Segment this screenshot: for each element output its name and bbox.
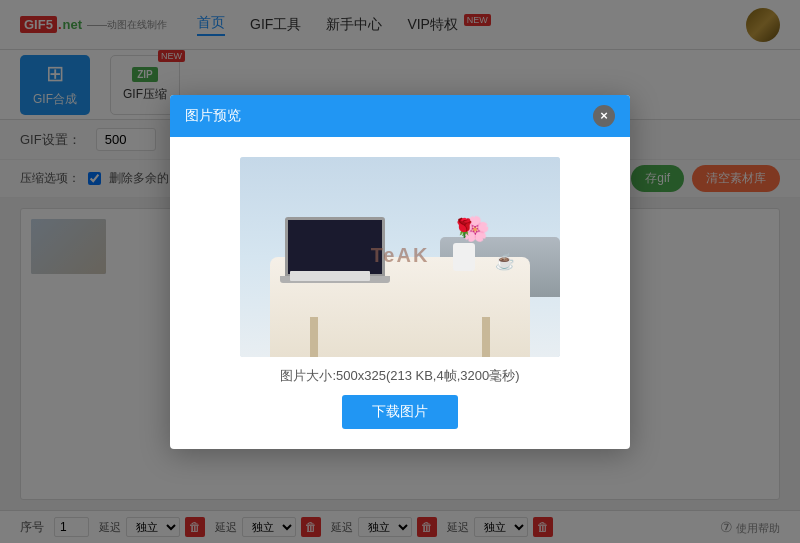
modal-body: 🌸 🌹 ☕ TeAK 图片大小:500x325(213 KB,4帧,3200毫秒… xyxy=(170,137,630,449)
modal-header: 图片预览 × xyxy=(170,95,630,137)
image-flower2: 🌹 xyxy=(453,219,475,237)
modal-image-info: 图片大小:500x325(213 KB,4帧,3200毫秒) xyxy=(280,367,519,385)
image-table-leg-left xyxy=(310,317,318,357)
overlay: 图片预览 × 🌸 🌹 xyxy=(0,0,800,543)
preview-modal: 图片预览 × 🌸 🌹 xyxy=(170,95,630,449)
modal-image: 🌸 🌹 ☕ TeAK xyxy=(240,157,560,357)
download-image-button[interactable]: 下载图片 xyxy=(342,395,458,429)
image-vase xyxy=(453,243,475,271)
image-magazine xyxy=(290,271,370,281)
image-cup: ☕ xyxy=(495,252,515,271)
modal-title: 图片预览 xyxy=(185,107,241,125)
modal-close-button[interactable]: × xyxy=(593,105,615,127)
teak-watermark: TeAK xyxy=(371,244,430,267)
image-table-leg-right xyxy=(482,317,490,357)
